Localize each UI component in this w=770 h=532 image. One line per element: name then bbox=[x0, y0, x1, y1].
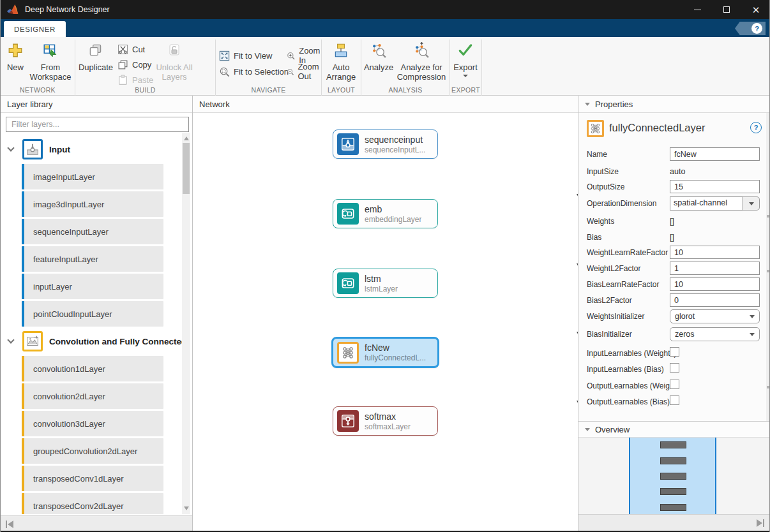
property-row-outputlearnables-bias: OutputLearnables (Bias) bbox=[587, 395, 764, 409]
ribbon-toolbar: New From Workspace NETWORK bbox=[1, 37, 770, 96]
scrollbar-thumb[interactable] bbox=[183, 143, 190, 194]
unlock-all-layers-button[interactable]: Unlock All Layers bbox=[155, 40, 194, 82]
layer-library-title: Layer library bbox=[7, 100, 53, 109]
zoom-out-icon bbox=[287, 66, 294, 77]
analyze-for-compression-button[interactable]: Analyze for Compression bbox=[395, 40, 448, 82]
library-item-sequenceInputLayer[interactable]: sequenceInputLayer bbox=[22, 219, 163, 244]
bias-value: [] bbox=[670, 233, 674, 242]
help-button[interactable]: ? bbox=[735, 22, 766, 35]
property-row-biasl2factor: BiasL2Factor bbox=[587, 293, 764, 307]
library-item-imageInputLayer[interactable]: imageInputLayer bbox=[22, 164, 163, 189]
cut-icon bbox=[117, 44, 128, 55]
node-name: lstm bbox=[365, 274, 398, 284]
library-item-convolution1dLayer[interactable]: convolution1dLayer bbox=[22, 356, 163, 381]
copy-button[interactable]: Copy bbox=[117, 58, 151, 71]
maximize-button[interactable] bbox=[712, 0, 741, 19]
outputlearnables-weights-checkbox[interactable] bbox=[670, 380, 679, 389]
collapse-section-icon bbox=[585, 103, 590, 106]
overview-header[interactable]: Overview bbox=[578, 421, 770, 438]
chevron-down-icon bbox=[7, 336, 14, 343]
weightlearnratefactor-input[interactable] bbox=[670, 246, 760, 259]
properties-header[interactable]: Properties bbox=[578, 96, 770, 113]
layer-library-list: Input imageInputLayer image3dInputLayer … bbox=[1, 133, 192, 514]
library-item-groupedConvolution2dLayer[interactable]: groupedConvolution2dLayer bbox=[22, 438, 163, 464]
biaslearnratefactor-input[interactable] bbox=[670, 277, 760, 291]
outputlearnables-bias-checkbox[interactable] bbox=[670, 395, 679, 405]
minimap-node bbox=[660, 488, 686, 495]
library-section-input[interactable]: Input bbox=[8, 139, 70, 159]
toolbar-section-build: Duplicate Cut Copy bbox=[75, 37, 215, 96]
library-item-transposedConv1dLayer[interactable]: transposedConv1dLayer bbox=[22, 466, 163, 491]
library-item-inputLayer[interactable]: inputLayer bbox=[22, 274, 163, 299]
toolbar-section-analysis: Analyze Analyze for Compression ANALYSIS bbox=[361, 37, 449, 96]
toolbar-caption-navigate: NAVIGATE bbox=[216, 86, 321, 94]
minimize-button[interactable] bbox=[683, 0, 712, 19]
weightsinitializer-select[interactable]: glorot bbox=[670, 309, 760, 323]
export-dropdown-icon bbox=[463, 75, 468, 77]
property-row-outputsize: OutputSize bbox=[587, 180, 764, 194]
paste-button[interactable]: Paste bbox=[117, 73, 153, 86]
minimap-node bbox=[660, 473, 686, 480]
embedding-layer-icon bbox=[337, 203, 359, 225]
toolbar-caption-layout: LAYOUT bbox=[322, 86, 361, 94]
cut-button[interactable]: Cut bbox=[117, 43, 145, 55]
library-collapse-bar[interactable] bbox=[1, 515, 192, 532]
tab-designer[interactable]: DESIGNER bbox=[4, 21, 66, 37]
operationdimension-input[interactable]: spatial-channel bbox=[670, 196, 743, 211]
name-input[interactable] bbox=[670, 147, 760, 161]
sequence-input-layer-icon bbox=[337, 133, 359, 155]
export-button[interactable]: Export bbox=[451, 40, 479, 77]
fit-to-selection-button[interactable]: Fit to Selection bbox=[219, 65, 289, 78]
fit-to-view-icon bbox=[219, 50, 230, 61]
properties-collapse-bar[interactable] bbox=[578, 514, 770, 531]
property-row-name: Name bbox=[587, 147, 764, 161]
duplicate-button[interactable]: Duplicate bbox=[78, 40, 114, 72]
library-item-featureInputLayer[interactable]: featureInputLayer bbox=[22, 246, 163, 272]
property-row-inputsize: InputSize auto bbox=[587, 165, 764, 179]
node-emb[interactable]: emb embeddingLayer bbox=[333, 199, 438, 228]
node-fcNew-selected[interactable]: fcNew fullyConnectedL... bbox=[331, 337, 439, 368]
library-item-convolution2dLayer[interactable]: convolution2dLayer bbox=[22, 383, 163, 409]
biasinitializer-select[interactable]: zeros bbox=[670, 327, 760, 341]
network-canvas-header: Network bbox=[193, 96, 578, 113]
network-canvas[interactable]: sequenceinput sequenceInputL... emb embe… bbox=[193, 113, 578, 531]
zoom-out-button[interactable]: Zoom Out bbox=[287, 65, 322, 78]
zoom-in-button[interactable]: Zoom In bbox=[287, 49, 322, 62]
layer-help-button[interactable]: ? bbox=[750, 122, 762, 133]
layer-library-header: Layer library bbox=[1, 96, 192, 113]
library-item-image3dInputLayer[interactable]: image3dInputLayer bbox=[22, 191, 163, 217]
inputlearnables-bias-checkbox[interactable] bbox=[670, 363, 679, 373]
operationdimension-dropdown-button[interactable] bbox=[743, 196, 760, 211]
library-section-convolution[interactable]: Convolution and Fully Connected bbox=[8, 331, 186, 351]
chevron-down-icon bbox=[749, 202, 754, 205]
library-item-convolution3dLayer[interactable]: convolution3dLayer bbox=[22, 411, 163, 436]
library-scrollbar[interactable] bbox=[182, 133, 190, 514]
library-item-transposedConv2dLayer[interactable]: transposedConv2dLayer bbox=[22, 493, 163, 514]
from-workspace-icon bbox=[42, 40, 59, 61]
properties-scrollbar[interactable] bbox=[766, 113, 770, 421]
analyze-for-compression-icon bbox=[413, 40, 430, 61]
from-workspace-button[interactable]: From Workspace bbox=[30, 40, 71, 82]
auto-arrange-button[interactable]: Auto Arrange bbox=[323, 40, 359, 82]
analyze-button[interactable]: Analyze bbox=[362, 40, 395, 72]
softmax-layer-icon bbox=[337, 410, 359, 432]
new-button[interactable]: New bbox=[2, 40, 29, 72]
overview-minimap[interactable] bbox=[578, 438, 770, 514]
collapse-right-icon bbox=[757, 519, 764, 527]
layer-type-title: fullyConnectedLayer bbox=[609, 122, 705, 134]
library-item-pointCloudInputLayer[interactable]: pointCloudInputLayer bbox=[22, 301, 163, 327]
toolbar-section-network: New From Workspace NETWORK bbox=[1, 37, 75, 96]
inputlearnables-weights-checkbox[interactable] bbox=[670, 347, 679, 357]
outputsize-input[interactable] bbox=[670, 180, 760, 193]
close-button[interactable]: ✕ bbox=[741, 0, 770, 19]
fit-to-view-button[interactable]: Fit to View bbox=[219, 49, 272, 62]
node-name: sequenceinput bbox=[365, 135, 425, 145]
lstm-layer-icon bbox=[337, 272, 359, 294]
node-softmax[interactable]: softmax softmaxLayer bbox=[333, 406, 438, 436]
node-sequenceinput[interactable]: sequenceinput sequenceInputL... bbox=[333, 129, 438, 159]
weightl2factor-input[interactable] bbox=[670, 262, 760, 275]
network-title: Network bbox=[199, 100, 230, 109]
biasl2factor-input[interactable] bbox=[670, 293, 760, 307]
node-lstm[interactable]: lstm lstmLayer bbox=[333, 269, 438, 298]
filter-layers-input[interactable] bbox=[6, 117, 189, 132]
